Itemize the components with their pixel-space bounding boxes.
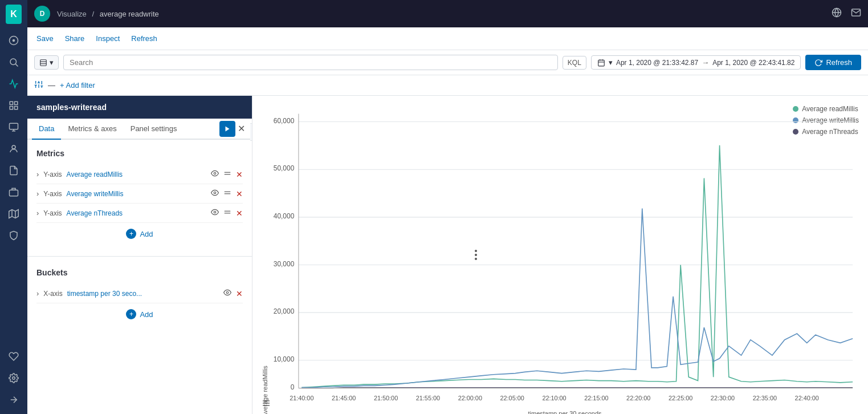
sidebar-item-dashboard[interactable]: [4, 96, 23, 115]
refresh-button[interactable]: Refresh: [805, 55, 861, 70]
x-axis-label: timestamp per 30 seconds: [271, 410, 859, 414]
user-avatar[interactable]: D: [34, 6, 50, 22]
eye-icon[interactable]: [223, 289, 231, 298]
index-selector[interactable]: ▾: [34, 55, 59, 70]
query-bar: ▾ KQL ▾ Apr 1, 2020 @ 21:33:42.87 → Apr …: [27, 50, 868, 75]
metric-row-nthreads: › Y-axis Average nThreads ✕: [36, 204, 243, 223]
reorder-icon[interactable]: [223, 189, 231, 198]
bucket-row-timestamp: › X-axis timestamp per 30 seco... ✕: [36, 284, 243, 303]
readmillis-line: [301, 145, 853, 388]
chart-svg-container: 60,000 50,000 40,000 30,000 20,000 10,00…: [271, 111, 859, 414]
delete-icon[interactable]: ✕: [236, 170, 243, 179]
svg-marker-36: [226, 126, 230, 131]
svg-text:30,000: 30,000: [274, 260, 295, 268]
sidebar-item-maps[interactable]: [4, 204, 23, 224]
svg-rect-4: [10, 102, 13, 104]
svg-rect-12: [10, 190, 18, 196]
svg-text:60,000: 60,000: [274, 117, 295, 125]
sidebar-item-settings[interactable]: [4, 368, 23, 388]
metric-icons: ✕: [223, 289, 243, 298]
eye-icon[interactable]: [211, 208, 219, 218]
delete-icon[interactable]: ✕: [236, 209, 243, 218]
sidebar-item-ml[interactable]: [4, 139, 23, 159]
globe-icon[interactable]: [832, 7, 842, 20]
kibana-logo[interactable]: K: [6, 5, 22, 24]
svg-text:40,000: 40,000: [274, 212, 295, 220]
refresh-link[interactable]: Refresh: [131, 34, 157, 43]
tab-panel-settings[interactable]: Panel settings: [124, 119, 184, 140]
svg-text:22:40:00: 22:40:00: [795, 395, 819, 401]
breadcrumb: Visualize / average readwrite: [57, 10, 825, 18]
delete-icon[interactable]: ✕: [236, 189, 243, 198]
add-filter-button[interactable]: + Add filter: [60, 81, 95, 90]
eye-icon[interactable]: [211, 189, 219, 198]
reorder-icon[interactable]: [223, 169, 231, 179]
top-bar-icons: [832, 7, 861, 20]
action-bar: Save Share Inspect Refresh: [27, 27, 868, 50]
svg-text:0: 0: [291, 383, 295, 391]
svg-marker-13: [9, 210, 19, 218]
panel-header: samples-writeread: [27, 96, 252, 119]
svg-point-16: [13, 377, 15, 380]
svg-text:22:35:00: 22:35:00: [753, 395, 777, 401]
svg-text:10,000: 10,000: [274, 355, 295, 363]
inspect-button[interactable]: Inspect: [96, 34, 120, 43]
reorder-icon[interactable]: [223, 208, 231, 218]
svg-rect-7: [15, 107, 18, 109]
writemillis-line: [301, 209, 853, 388]
save-button[interactable]: Save: [36, 34, 54, 43]
tab-metrics-axes[interactable]: Metrics & axes: [61, 119, 123, 140]
sidebar-item-security[interactable]: [4, 226, 23, 245]
kql-toggle[interactable]: KQL: [563, 56, 586, 70]
legend-toggle-icon[interactable]: [262, 400, 271, 409]
svg-text:22:20:00: 22:20:00: [626, 395, 650, 401]
chevron-icon[interactable]: ›: [36, 170, 39, 178]
svg-line-3: [15, 64, 18, 66]
run-button[interactable]: [219, 121, 235, 137]
svg-point-46: [226, 291, 229, 294]
mail-icon[interactable]: [851, 7, 861, 20]
filter-icon[interactable]: [34, 80, 43, 91]
svg-text:22:10:00: 22:10:00: [542, 395, 566, 401]
chart-wrapper: Average readMillis 60,000 50,000 40,000 …: [262, 111, 859, 414]
svg-text:22:15:00: 22:15:00: [584, 395, 608, 401]
eye-icon[interactable]: [211, 169, 219, 179]
sidebar-item-logs[interactable]: [4, 161, 23, 180]
sidebar-item-apm[interactable]: [4, 182, 23, 202]
left-panel: samples-writeread Data Metrics & axes Pa…: [27, 96, 252, 414]
svg-text:21:55:00: 21:55:00: [416, 395, 440, 401]
svg-text:22:25:00: 22:25:00: [669, 395, 692, 401]
sidebar-item-uptime[interactable]: [4, 347, 23, 366]
svg-text:21:45:00: 21:45:00: [332, 395, 356, 401]
buckets-title: Buckets: [36, 268, 243, 277]
chart-bottom-toolbar: [262, 399, 271, 409]
metric-icons: ✕: [211, 189, 243, 198]
chart-area: Average readMillis Average writeMillis A…: [252, 96, 868, 414]
svg-text:22:30:00: 22:30:00: [711, 395, 735, 401]
sidebar-item-collapse[interactable]: [4, 390, 23, 409]
close-panel-button[interactable]: ✕: [235, 121, 247, 136]
metrics-title: Metrics: [36, 149, 243, 158]
delete-icon[interactable]: ✕: [236, 289, 243, 298]
sidebar-item-visualize[interactable]: [4, 74, 23, 94]
share-button[interactable]: Share: [65, 34, 85, 43]
svg-text:21:40:00: 21:40:00: [290, 395, 313, 401]
search-input[interactable]: [63, 55, 558, 70]
svg-rect-5: [15, 102, 18, 104]
sidebar-item-discover[interactable]: [4, 31, 23, 50]
metrics-add-button[interactable]: + Add: [36, 223, 243, 245]
svg-text:21:50:00: 21:50:00: [374, 395, 398, 401]
panel-tabs: Data Metrics & axes Panel settings ✕: [27, 119, 252, 140]
chevron-icon[interactable]: ›: [36, 189, 39, 198]
date-picker[interactable]: ▾ Apr 1, 2020 @ 21:33:42.87 → Apr 1, 202…: [591, 55, 801, 70]
buckets-add-button[interactable]: + Add: [36, 303, 243, 325]
sidebar: K: [0, 0, 27, 414]
tab-data[interactable]: Data: [32, 119, 61, 140]
sidebar-item-discover2[interactable]: [4, 52, 23, 72]
chevron-icon[interactable]: ›: [36, 289, 39, 298]
panel-options-button[interactable]: [475, 250, 477, 260]
chevron-icon[interactable]: ›: [36, 209, 39, 217]
sidebar-item-canvas[interactable]: [4, 117, 23, 137]
divider: [27, 256, 252, 257]
svg-point-2: [10, 59, 17, 65]
